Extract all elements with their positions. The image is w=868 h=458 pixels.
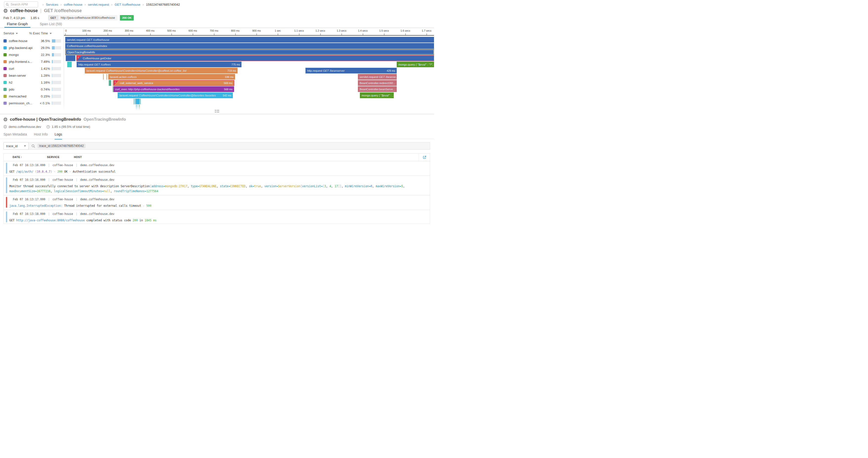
column-header-date[interactable]: DATE↑	[12, 155, 22, 159]
span-subtitle: OpenTracingBrewInfo	[84, 117, 126, 122]
log-host: demo.coffeehouse.dev	[80, 178, 115, 181]
flame-span-bar[interactable]	[106, 74, 107, 80]
log-rows: Feb 07 16:13:16.000|coffee-house|demo.co…	[4, 161, 430, 224]
tab-flame-graph[interactable]: Flame Graph	[5, 21, 29, 27]
flame-span-bar[interactable]: mongo.query { "$eval" : ...	[360, 92, 394, 98]
timeline-tick-label: 200 ms	[103, 29, 112, 32]
timeline-tick-label: 1.2 secs	[315, 29, 325, 32]
timeline-tick-label: 800 ms	[231, 29, 240, 32]
service-row[interactable]: curl1.41%	[0, 66, 64, 71]
service-color-swatch	[3, 81, 7, 84]
resize-handle[interactable]	[215, 110, 219, 113]
flame-span-bar[interactable]	[138, 105, 139, 111]
flame-span-bar[interactable]: BeanController.redirect182...	[358, 80, 397, 86]
flame-span-selected[interactable]: OpenTracingBrewInfo	[65, 49, 434, 55]
external-link-icon[interactable]	[423, 155, 427, 159]
log-filter-row: trace_id trace_id:1592247487685740042	[3, 142, 430, 150]
flame-span-bar[interactable]	[137, 105, 137, 111]
hexagon-host-icon	[3, 125, 7, 128]
service-row-name: mongo	[9, 53, 19, 57]
flame-span-bar[interactable]: BeanController.beanServe...	[358, 86, 397, 92]
flame-canvas: servlet.request GET /coffeehouseCoffeeHo…	[65, 37, 434, 114]
view-tabs: Flame Graph Span List (59)	[5, 21, 64, 27]
service-exec-bar	[52, 102, 61, 105]
service-column-header[interactable]: Service	[3, 31, 18, 35]
flame-span-bar[interactable]	[136, 105, 136, 111]
flame-row: laravel.action coffees596 msservlet.requ…	[65, 74, 434, 80]
flame-span-bar[interactable]: servlet.request GET /beanse...	[358, 74, 397, 80]
tab-host-info[interactable]: Host Info	[34, 132, 48, 139]
flame-span-bar[interactable]	[134, 99, 134, 104]
log-service: coffee-house	[53, 164, 73, 167]
flame-span-bar[interactable]: call_external_web_service569 ms	[114, 80, 234, 86]
service-row[interactable]: memcached0.15%	[0, 94, 64, 99]
span-duration: 542 ms	[223, 94, 233, 97]
timeline-tick-label: 1.5 secs	[379, 29, 389, 32]
log-message: GET /api/auth/ (10.8.4.7) - 200 OK - Aut…	[9, 169, 415, 174]
service-row[interactable]: php.backend.api29.0%	[0, 46, 64, 50]
flame-span-bar[interactable]: mongo.query { "$eval" : "?", "	[397, 62, 434, 67]
exec-time-column-header[interactable]: % Exec Time	[29, 31, 52, 35]
log-meta: Feb 07 16:13:17.000|coffee-house|demo.co…	[13, 198, 115, 201]
timeline-tick	[193, 33, 193, 35]
host-name[interactable]: demo.coffeehouse.dev	[9, 125, 41, 128]
tab-logs[interactable]: Logs	[55, 132, 62, 139]
timeline-axis-line	[64, 35, 434, 36]
flame-span-bar[interactable]: servlet.request GET /coffeehouse	[65, 37, 434, 42]
log-row[interactable]: Feb 07 16:13:17.000|coffee-house|demo.co…	[4, 195, 430, 210]
flame-span-bar[interactable]: laravel.request CoffeeHouse\Controllers\…	[85, 68, 238, 74]
breadcrumb-item[interactable]: servlet.request	[88, 3, 109, 6]
tab-span-list[interactable]: Span List (59)	[38, 21, 64, 27]
timeline-tick-label: 900 ms	[252, 29, 261, 32]
query-chip[interactable]: trace_id:1592247487685740042	[37, 144, 86, 148]
service-row[interactable]: h21.16%	[0, 80, 64, 85]
breadcrumb-item[interactable]: coffee-house	[64, 3, 82, 6]
flame-span-bar[interactable]: laravel.request CoffeeHouse\Controllers\…	[118, 92, 233, 98]
flame-span-bar[interactable]	[113, 86, 113, 92]
flame-span-bar[interactable]	[113, 80, 113, 86]
service-exec-bar	[52, 74, 61, 77]
flame-span-bar[interactable]	[136, 99, 140, 104]
flame-span-bar[interactable]	[103, 74, 103, 80]
log-message: Monitor thread successfully connected to…	[9, 184, 415, 194]
log-row[interactable]: Feb 07 16:13:16.000|coffee-house|demo.co…	[4, 176, 430, 195]
flame-span-bar[interactable]: http.request GET /beanserver429 ms	[306, 68, 397, 74]
flame-span-bar[interactable]	[66, 55, 75, 61]
service-row[interactable]: permission_ch...< 0.1%	[0, 101, 64, 106]
flame-span-bar[interactable]	[67, 62, 72, 67]
span-detail-title: coffee-house | OpenTracingBrewInfo OpenT…	[3, 117, 126, 122]
flame-span-bar[interactable]	[135, 99, 135, 104]
flame-span-bar[interactable]: CoffeeHouse.coffeeHouseIndex	[65, 43, 434, 49]
breadcrumb-item[interactable]: GET /coffeehouse	[115, 3, 141, 6]
flame-span-bar[interactable]: laravel.action coffees596 ms	[108, 74, 235, 80]
flame-span-bar[interactable]	[109, 80, 111, 86]
timeline-tick-label: 600 ms	[189, 29, 197, 32]
log-search-box[interactable]: trace_id:1592247487685740042	[29, 142, 430, 150]
span-duration: 596 ms	[225, 76, 235, 78]
search-apm-input[interactable]	[10, 2, 36, 6]
service-row-name: coffee-house	[9, 39, 27, 43]
service-row[interactable]: pdo0.74%	[0, 87, 64, 92]
log-row[interactable]: Feb 07 16:13:16.000|coffee-house|demo.co…	[4, 161, 430, 176]
service-row[interactable]: mongo22.3%	[0, 53, 64, 57]
service-row[interactable]: coffee-house36.5%	[0, 39, 64, 43]
log-date: Feb 07 16:13:18.000	[13, 212, 45, 216]
breadcrumb-item[interactable]: Services	[46, 3, 58, 6]
log-row[interactable]: Feb 07 16:13:18.000|coffee-house|demo.co…	[4, 210, 430, 224]
service-exec-pct: 1.16%	[29, 81, 50, 84]
service-row[interactable]: bean-server1.28%	[0, 74, 64, 78]
service-row[interactable]: php.frontend.s...7.49%	[0, 60, 64, 64]
service-row-name: pdo	[9, 88, 14, 91]
span-duration: 569 ms	[224, 82, 234, 85]
search-apm-box[interactable]	[4, 1, 38, 7]
log-filter-field-select[interactable]: trace_id	[3, 142, 29, 150]
flame-span-bar[interactable]	[140, 105, 140, 111]
service-row-name: php.frontend.s...	[9, 60, 32, 63]
severity-bar	[6, 197, 7, 208]
flame-span-bar[interactable]: http.request GET /coffees775 ms	[76, 62, 242, 67]
service-exec-bar	[52, 46, 61, 50]
flame-span-bar[interactable]: curl_exec http://php-coffeehouse-backend…	[114, 86, 234, 92]
flame-span-bar[interactable]	[140, 99, 141, 104]
tab-span-metadata[interactable]: Span Metadata	[3, 132, 27, 139]
flame-span-bar[interactable]: CoffeeHouse.getOrder	[76, 55, 434, 61]
